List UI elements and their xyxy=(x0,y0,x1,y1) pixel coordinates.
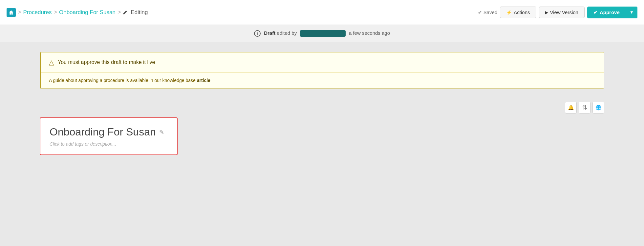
play-icon: ▶ xyxy=(545,10,548,15)
approve-group: ✔ Approve ▼ xyxy=(587,7,637,18)
warning-body: A guide about approving a procedure is a… xyxy=(41,72,604,88)
draft-time: a few seconds ago xyxy=(349,30,390,36)
globe-icon: 🌐 xyxy=(595,105,602,111)
approve-check-icon: ✔ xyxy=(593,10,598,15)
tags-placeholder[interactable]: Click to add tags or description... xyxy=(50,141,168,147)
redacted-username xyxy=(300,30,345,37)
draft-edited-by: edited by xyxy=(277,30,297,36)
breadcrumb-procedures[interactable]: Procedures xyxy=(23,9,52,16)
breadcrumb-sep-2: > xyxy=(54,9,57,16)
breadcrumb-document[interactable]: Onboarding For Susan xyxy=(59,9,116,16)
home-button[interactable] xyxy=(7,8,16,17)
saved-status: ✔ Saved xyxy=(478,10,498,15)
draft-bar: i Draft edited by a few seconds ago xyxy=(0,25,644,42)
breadcrumb-sep-3: > xyxy=(118,9,121,16)
document-title-box[interactable]: Onboarding For Susan ✎ Click to add tags… xyxy=(40,117,178,155)
warning-title: You must approve this draft to make it l… xyxy=(58,59,155,65)
breadcrumb-editing: Editing xyxy=(123,9,148,16)
actions-button[interactable]: ⚡ Actions xyxy=(500,7,536,18)
topbar-actions: ✔ Saved ⚡ Actions ▶ View Version ✔ Appro… xyxy=(478,7,637,18)
notifications-button[interactable]: 🔔 xyxy=(565,102,577,113)
language-button[interactable]: 🌐 xyxy=(592,102,604,113)
topbar: > Procedures > Onboarding For Susan > Ed… xyxy=(0,0,644,25)
warning-header: △ You must approve this draft to make it… xyxy=(41,52,604,72)
saved-check-icon: ✔ xyxy=(478,10,482,15)
warning-body-text: A guide about approving a procedure is a… xyxy=(49,78,196,83)
breadcrumb: > Procedures > Onboarding For Susan > Ed… xyxy=(7,8,148,17)
view-version-button[interactable]: ▶ View Version xyxy=(539,7,585,18)
bell-icon: 🔔 xyxy=(568,105,574,111)
caret-down-icon: ▼ xyxy=(630,10,634,15)
approve-dropdown-button[interactable]: ▼ xyxy=(626,7,637,18)
approve-button[interactable]: ✔ Approve xyxy=(587,7,626,18)
warning-box: △ You must approve this draft to make it… xyxy=(40,52,604,89)
main-content: △ You must approve this draft to make it… xyxy=(27,42,617,165)
document-title: Onboarding For Susan ✎ xyxy=(50,126,168,138)
info-icon: i xyxy=(254,30,261,37)
document-area: 🔔 ⇅ 🌐 Onboarding For Susan ✎ Click to ad… xyxy=(40,102,604,155)
sort-button[interactable]: ⇅ xyxy=(579,102,590,113)
doc-toolbar: 🔔 ⇅ 🌐 xyxy=(40,102,604,113)
title-edit-icon: ✎ xyxy=(159,129,164,136)
knowledge-base-article-link[interactable]: article xyxy=(197,78,210,83)
draft-label: Draft xyxy=(264,30,275,36)
warning-triangle-icon: △ xyxy=(49,58,54,66)
breadcrumb-sep-1: > xyxy=(18,9,21,16)
lightning-icon: ⚡ xyxy=(506,10,512,15)
sort-icon: ⇅ xyxy=(582,104,587,111)
